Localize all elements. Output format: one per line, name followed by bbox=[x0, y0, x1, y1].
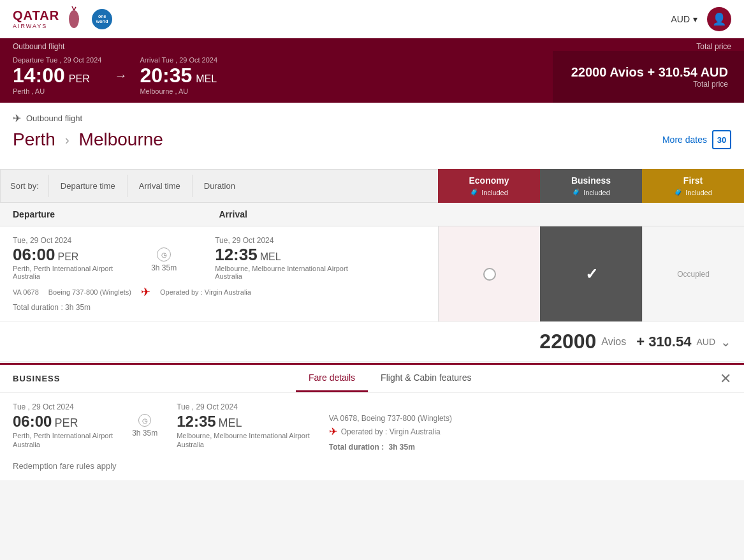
tab-flight-cabin[interactable]: Flight & Cabin features bbox=[368, 365, 484, 392]
bottom-flight-info-block: VA 0678, Boeing 737-800 (Winglets) ✈ Ope… bbox=[329, 402, 452, 452]
duration-circle-icon: ◷ bbox=[157, 247, 171, 262]
first-sub: Included bbox=[685, 189, 712, 196]
business-sub: Included bbox=[583, 189, 610, 196]
flight-dep-country: Australia bbox=[13, 272, 113, 280]
tab-fare-details[interactable]: Fare details bbox=[296, 365, 368, 392]
flight-dep-airport: Perth, Perth International Airport bbox=[13, 265, 113, 272]
bottom-arr-iata: MEL bbox=[219, 416, 242, 430]
price-aud-label: AUD bbox=[696, 337, 715, 347]
flight-arr-time: 12:35 bbox=[215, 245, 258, 265]
outbound-label: Outbound flight bbox=[13, 42, 64, 51]
sort-bar: Sort by: Departure time Arrival time Dur… bbox=[0, 169, 438, 203]
dest-city: Melbourne bbox=[79, 129, 163, 150]
bottom-panel-header: BUSINESS Fare details Flight & Cabin fea… bbox=[0, 365, 744, 393]
bottom-dep-time: 06:00 bbox=[13, 413, 52, 431]
business-fare-cell[interactable]: ✓ bbox=[540, 226, 642, 321]
bottom-dep-iata: PER bbox=[54, 416, 78, 430]
banner-arrival: Arrival Tue , 29 Oct 2024 20:35 MEL Melb… bbox=[140, 56, 217, 95]
banner-dep-time: 14:00 bbox=[13, 64, 65, 87]
economy-radio-button[interactable] bbox=[483, 268, 496, 281]
bottom-arr-country: Australia bbox=[177, 441, 310, 448]
sort-header-area: Sort by: Departure time Arrival time Dur… bbox=[0, 169, 744, 203]
banner-arr-iata: MEL bbox=[196, 73, 217, 85]
header: QATAR AIRWAYS one world AUD ▾ 👤 bbox=[0, 0, 744, 38]
business-check-icon: ✓ bbox=[585, 265, 598, 283]
departure-col-label: Departure bbox=[13, 209, 219, 219]
sort-duration-button[interactable]: Duration bbox=[193, 175, 247, 197]
total-price-banner-label: Total price bbox=[696, 42, 731, 51]
dep-arr-header: Departure Arrival bbox=[0, 203, 744, 226]
calendar-icon[interactable]: 30 bbox=[712, 130, 731, 149]
bottom-arr-date: Tue , 29 Oct 2024 bbox=[177, 402, 310, 411]
banner-price: 22000 Avios + 310.54 AUD bbox=[571, 65, 728, 80]
first-title: First bbox=[683, 175, 703, 186]
main-content: ✈ Outbound flight Perth › Melbourne More… bbox=[0, 103, 744, 169]
oneworld-logo: one world bbox=[92, 9, 112, 29]
qatar-oryx-icon bbox=[63, 6, 85, 32]
banner-dep-city: Perth , AU bbox=[13, 87, 101, 95]
flight-details-row: VA 0678 Boeing 737-800 (Winglets) ✈ Oper… bbox=[13, 285, 425, 299]
flight-arr-iata: MEL bbox=[260, 251, 281, 263]
bottom-arr-airport: Melbourne, Melbourne International Airpo… bbox=[177, 432, 310, 439]
banner-price-label: Total price bbox=[693, 80, 728, 89]
bottom-flight-info: VA 0678, Boeing 737-800 (Winglets) bbox=[329, 414, 452, 423]
banner: Outbound flight Total price Departure Tu… bbox=[0, 38, 744, 103]
business-title: Business bbox=[571, 175, 611, 186]
bottom-panel: BUSINESS Fare details Flight & Cabin fea… bbox=[0, 363, 744, 480]
bottom-operated-by: Operated by : Virgin Australia bbox=[341, 427, 441, 436]
flight-arr-airport: Melbourne, Melbourne International Airpo… bbox=[215, 265, 348, 272]
more-dates-link[interactable]: More dates bbox=[662, 135, 707, 145]
first-occupied-label: Occupied bbox=[677, 270, 710, 279]
flight-duration: 3h 35m bbox=[151, 263, 177, 272]
currency-chevron-icon: ▾ bbox=[693, 14, 697, 24]
flight-dep-iata: PER bbox=[58, 251, 79, 263]
flight-arr-date: Tue, 29 Oct 2024 bbox=[215, 236, 348, 245]
luggage-first-icon: 🧳 bbox=[674, 188, 683, 196]
flight-row: Tue, 29 Oct 2024 06:00 PER Perth, Perth … bbox=[0, 226, 744, 322]
more-dates-section[interactable]: More dates 30 bbox=[662, 130, 731, 149]
arrival-col-label: Arrival bbox=[219, 209, 426, 219]
bottom-dep-date: Tue , 29 Oct 2024 bbox=[13, 402, 113, 411]
sort-departure-button[interactable]: Departure time bbox=[49, 175, 128, 197]
svg-line-1 bbox=[72, 6, 74, 10]
header-right: AUD ▾ 👤 bbox=[671, 7, 731, 31]
bottom-total-dur: Total duration : 3h 35m bbox=[329, 443, 452, 452]
plane-icon: ✈ bbox=[13, 112, 21, 124]
virgin-australia-logo: ✈ bbox=[141, 285, 150, 299]
banner-dep-date: Departure Tue , 29 Oct 2024 bbox=[13, 56, 101, 64]
currency-selector[interactable]: AUD ▾ bbox=[671, 14, 697, 24]
price-row: 22000 Avios + 310.54 AUD ⌄ bbox=[0, 322, 744, 362]
user-avatar[interactable]: 👤 bbox=[707, 7, 731, 31]
bottom-total-dur-value: 3h 35m bbox=[388, 443, 414, 452]
flight-type-row: ✈ Outbound flight bbox=[13, 112, 731, 124]
price-plus-aud: + 310.54 bbox=[636, 334, 691, 350]
price-expand-icon[interactable]: ⌄ bbox=[720, 334, 731, 350]
luggage-economy-icon: 🧳 bbox=[470, 188, 479, 196]
flight-dep-time: 06:00 bbox=[13, 245, 55, 265]
first-fare-cell[interactable]: Occupied bbox=[642, 226, 744, 321]
close-button[interactable]: ✕ bbox=[720, 371, 731, 387]
economy-fare-cell[interactable] bbox=[438, 226, 540, 321]
flight-arrival-info: Tue, 29 Oct 2024 12:35 MEL Melbourne, Me… bbox=[215, 236, 348, 280]
bottom-duration-circle-icon: ◷ bbox=[138, 414, 151, 427]
flight-departure-info: Tue, 29 Oct 2024 06:00 PER Perth, Perth … bbox=[13, 236, 113, 280]
flight-duration-block: ◷ 3h 35m bbox=[151, 236, 177, 272]
calendar-day: 30 bbox=[717, 135, 726, 145]
sort-arrival-button[interactable]: Arrival time bbox=[128, 175, 193, 197]
qatar-logo: QATAR AIRWAYS bbox=[13, 6, 85, 32]
price-avios-label: Avios bbox=[601, 336, 626, 348]
bottom-duration: 3h 35m bbox=[132, 429, 157, 438]
flight-operated-by: Operated by : Virgin Australia bbox=[160, 288, 251, 296]
fare-note: Redemption fare rules apply bbox=[0, 461, 744, 480]
flight-arr-country: Australia bbox=[215, 272, 348, 280]
banner-price-section: 22000 Avios + 310.54 AUD Total price bbox=[553, 51, 744, 103]
qatar-brand: QATAR bbox=[13, 8, 59, 23]
route-chevron-icon: › bbox=[65, 133, 69, 147]
banner-arr-city: Melbourne , AU bbox=[140, 87, 217, 95]
banner-arr-time: 20:35 bbox=[140, 64, 192, 87]
sort-label: Sort by: bbox=[1, 175, 49, 197]
flight-number: VA 0678 bbox=[13, 288, 39, 296]
bottom-flight-detail: Tue , 29 Oct 2024 06:00 PER Perth, Perth… bbox=[0, 393, 744, 461]
flight-total-duration: Total duration : 3h 35m bbox=[13, 303, 425, 312]
origin-city: Perth bbox=[13, 129, 55, 150]
